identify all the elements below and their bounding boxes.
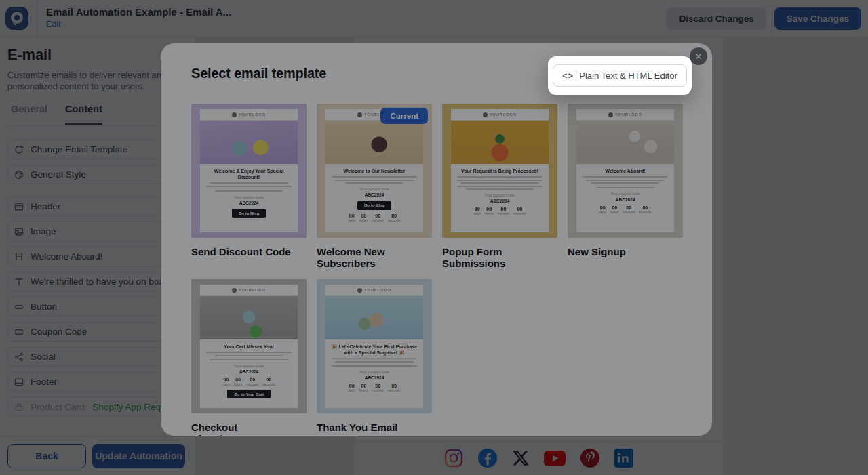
editor-button-label: Plain Text & HTML Editor	[579, 70, 677, 81]
plain-text-html-editor-button[interactable]: <> Plain Text & HTML Editor	[553, 64, 687, 87]
app-window: Email Automation Example - Email A... Ed…	[0, 0, 868, 475]
spotlight-overlay	[0, 0, 868, 475]
code-icon: <>	[562, 71, 574, 81]
editor-switch-popup: <> Plain Text & HTML Editor	[548, 56, 692, 95]
